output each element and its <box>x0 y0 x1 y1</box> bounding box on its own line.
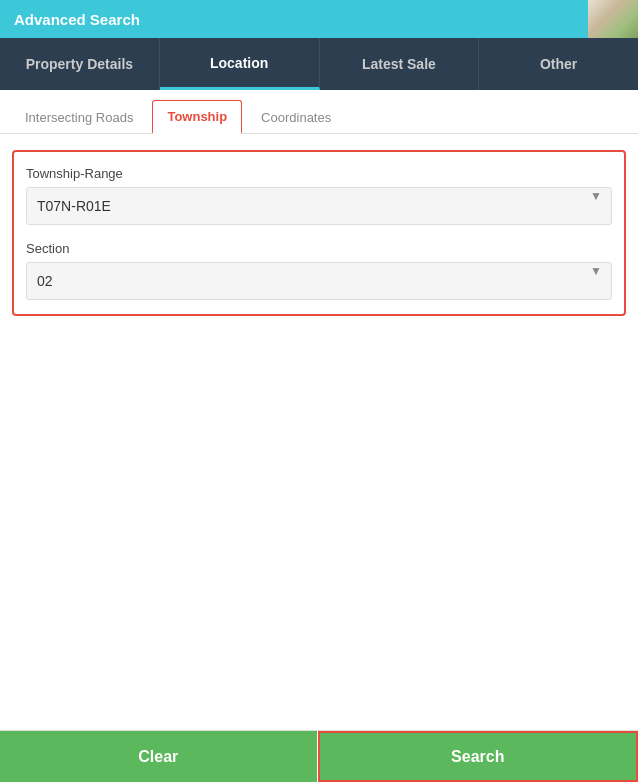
section-wrapper: Section 02 01 03 04 05 ▼ <box>26 241 612 300</box>
section-label: Section <box>26 241 612 256</box>
township-range-label: Township-Range <box>26 166 612 181</box>
map-thumbnail <box>588 0 638 38</box>
bottom-buttons: Clear Search <box>0 730 638 782</box>
subtab-intersecting-roads[interactable]: Intersecting Roads <box>10 101 148 133</box>
tab-other[interactable]: Other <box>479 38 638 90</box>
tab-latest-sale[interactable]: Latest Sale <box>320 38 480 90</box>
tab-property-details[interactable]: Property Details <box>0 38 160 90</box>
top-bar: Advanced Search ▼ <box>0 0 638 38</box>
subtab-coordinates[interactable]: Coordinates <box>246 101 346 133</box>
township-range-wrapper: Township-Range T07N-R01E T07N-R02E T08N-… <box>26 166 612 225</box>
tab-location[interactable]: Location <box>160 38 320 90</box>
search-button[interactable]: Search <box>318 731 639 782</box>
subtab-township[interactable]: Township <box>152 100 242 134</box>
township-form-group: Township-Range T07N-R01E T07N-R02E T08N-… <box>12 150 626 316</box>
main-tabs: Property Details Location Latest Sale Ot… <box>0 38 638 90</box>
township-range-select[interactable]: T07N-R01E T07N-R02E T08N-R01E <box>26 187 612 225</box>
sub-tabs: Intersecting Roads Township Coordinates <box>0 90 638 134</box>
clear-button[interactable]: Clear <box>0 731 318 782</box>
content-area: Township-Range T07N-R01E T07N-R02E T08N-… <box>0 134 638 332</box>
section-select[interactable]: 02 01 03 04 05 <box>26 262 612 300</box>
advanced-search-title: Advanced Search <box>14 11 140 28</box>
